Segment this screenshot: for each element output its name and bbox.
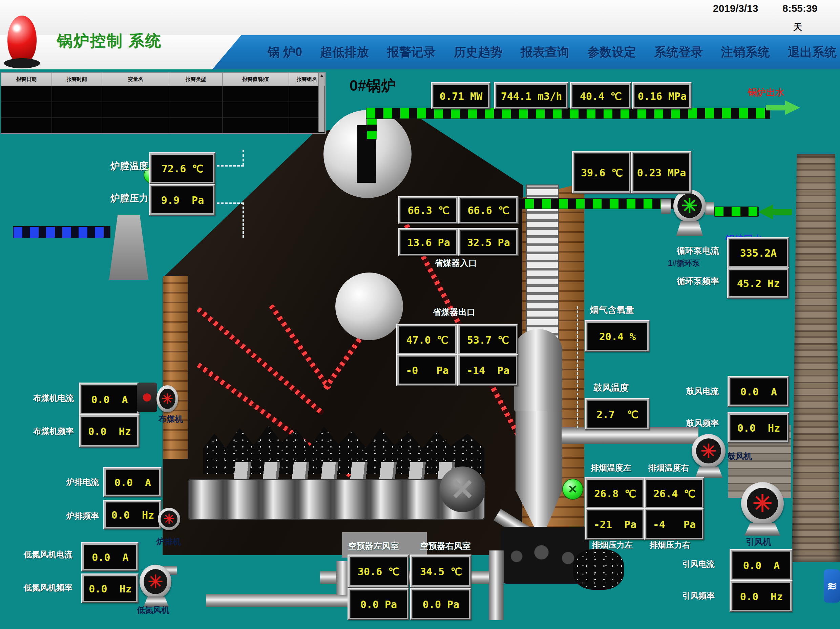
menu-item-parameter-set[interactable]: 参数设定 <box>587 44 636 61</box>
exhaust-press-right-label: 排烟压力右 <box>650 540 690 550</box>
exhaust-press-left-box: -21 Pa <box>584 508 645 540</box>
blast-temp-label: 鼓风温度 <box>594 382 628 394</box>
grate-label: 炉排机 <box>156 536 181 547</box>
left-bottom-pipe <box>206 594 350 607</box>
pump-flange-right <box>705 202 714 215</box>
alarm-table: 报警日期 报警时间 变量名 报警类型 报警值/限值 报警组名 <box>1 72 326 134</box>
grate-current-box: 0.0 A <box>103 467 161 497</box>
menu-item-exit[interactable]: 退出系统 <box>788 44 837 61</box>
menu-item-boiler0[interactable]: 锅 炉0 <box>268 44 302 61</box>
pump-impeller-icon: ✳ <box>682 194 698 218</box>
blast-fan-icon[interactable]: ✳ <box>692 434 726 468</box>
blast-temp-box: 2.7 ℃ <box>584 398 650 430</box>
return-pipe-right <box>714 207 759 217</box>
alarm-col-type: 报警类型 <box>169 73 223 86</box>
bottom-riser-pipe <box>489 550 504 620</box>
date-display: 2019/3/13 <box>713 3 758 14</box>
menu-item-report-query[interactable]: 报表查询 <box>521 44 569 61</box>
feeder-fan-icon[interactable]: ✳ <box>156 385 178 412</box>
chimney <box>792 154 840 562</box>
exhaust-temp-left-box: 26.8 ℃ <box>584 477 645 509</box>
eco-outlet-press1-box: -0 Pa <box>396 354 458 386</box>
eco-inlet-press2-box: 32.5 Pa <box>458 228 519 256</box>
connector-line <box>243 150 244 166</box>
circulation-pump-icon[interactable]: ✳ <box>673 189 706 222</box>
valve-cross-icon: ✕ <box>568 482 578 496</box>
menu-item-history-trend[interactable]: 历史趋势 <box>454 44 503 61</box>
lownox-fan-icon[interactable]: ✳ <box>139 565 171 599</box>
scroll-up-icon[interactable]: ▲ <box>320 73 324 78</box>
connector-line <box>213 202 244 204</box>
feeder-current-label: 布煤机电流 <box>33 393 74 404</box>
alarm-table-scrollbar[interactable]: ▲ <box>318 73 324 132</box>
pump-freq-label: 循环泵频率 <box>677 276 719 287</box>
boiler-hmi-screen: ✕ ✳ ✕ ✕ ✕ 锅炉控制 系统 2019/3/13 8:55: <box>0 0 840 629</box>
alarm-col-time: 报警时间 <box>52 73 102 86</box>
return-arrow-icon <box>758 204 792 220</box>
feeder-freq-label: 布煤机频率 <box>33 426 74 437</box>
flue-valve-icon[interactable]: ✕ <box>562 479 583 500</box>
menu-item-alarm-record[interactable]: 报警记录 <box>387 44 436 61</box>
grate-current-label: 炉排电流 <box>66 477 99 487</box>
grate-side-wall <box>163 276 188 459</box>
blast-fan-label: 鼓风机 <box>728 451 752 462</box>
alarm-table-row[interactable] <box>2 86 325 102</box>
feeder-current-box: 0.0 A <box>79 383 139 416</box>
cyclone-body <box>516 411 562 491</box>
alarm-table-row[interactable] <box>2 118 325 133</box>
eco-outlet-temp1-box: 47.0 ℃ <box>396 324 458 355</box>
pump-base <box>676 221 703 236</box>
induced-current-box: 0.0 A <box>729 549 793 581</box>
feeder-label: 布煤机 <box>158 414 183 424</box>
coal-feed-belt <box>13 226 111 238</box>
connector-line <box>243 202 244 238</box>
menu-item-system-login[interactable]: 系统登录 <box>654 44 703 61</box>
page-title: 锅炉控制 系统 <box>57 30 162 52</box>
exhaust-temp-right-label: 排烟温度右 <box>648 462 689 473</box>
grate-freq-box: 0.0 Hz <box>103 500 161 530</box>
lownox-freq-box: 0.0 Hz <box>81 574 139 603</box>
outlet-pipe <box>366 108 770 119</box>
induced-fan-label: 引风机 <box>746 536 771 547</box>
outlet-arrow-icon <box>766 100 800 115</box>
vendor-logo: ≋ <box>824 569 840 602</box>
outlet-label: 锅炉出水 <box>748 86 785 99</box>
alarm-col-date: 报警日期 <box>2 73 52 86</box>
feeder-motor-icon[interactable] <box>137 383 157 412</box>
induced-fan-icon[interactable]: ✳ <box>741 482 784 525</box>
furnace-temp-box: 72.6 ℃ <box>149 152 215 184</box>
eco-inlet-press1-box: 13.6 Pa <box>398 228 459 256</box>
grate-freq-label: 炉排频率 <box>66 511 99 521</box>
lownox-freq-label: 低氮风机频率 <box>24 582 73 593</box>
flue-oxygen-box: 20.4 % <box>584 320 650 352</box>
pump-freq-box: 45.2 Hz <box>727 268 789 299</box>
blast-fan-base <box>695 467 723 478</box>
preheater-left-press-box: 0.0 Pa <box>347 588 409 620</box>
eco-outlet-temp2-box: 53.7 ℃ <box>457 324 518 355</box>
furnace-pressure-label: 炉膛压力 <box>111 192 148 205</box>
menu-item-emission[interactable]: 超低排放 <box>320 44 369 61</box>
grate-fan-icon[interactable]: ✳ <box>158 508 180 530</box>
connector-line <box>213 165 244 167</box>
menu-item-logout[interactable]: 注销系统 <box>721 44 770 61</box>
blast-freq-label: 鼓风频率 <box>686 418 719 429</box>
fan-impeller-icon: ✳ <box>753 490 773 517</box>
preheater-right-label: 空预器右风室 <box>420 540 471 552</box>
alarm-table-row[interactable] <box>2 102 325 118</box>
weekday-display: 天 <box>793 21 802 33</box>
eco-inlet-temp1-box: 66.3 ℃ <box>398 195 459 224</box>
boiler-power-box: 0.71 MW <box>431 82 491 109</box>
alarm-col-value: 报警值/限值 <box>223 73 289 86</box>
outlet-pipe-riser <box>366 118 377 139</box>
ash-pile <box>573 549 624 590</box>
return-temp-box: 39.6 ℃ <box>572 151 632 194</box>
time-display: 8:55:39 <box>782 3 817 14</box>
fan-impeller-icon: ✳ <box>148 571 163 593</box>
preheater-left-temp-box: 30.6 ℃ <box>347 555 409 588</box>
lownox-current-box: 0.0 A <box>81 542 139 571</box>
fan-impeller-icon: ✳ <box>701 440 717 462</box>
blast-freq-box: 0.0 Hz <box>728 412 789 443</box>
boiler-outlet-temp-box: 40.4 ℃ <box>570 82 632 109</box>
furnace-pressure-box: 9.9 Pa <box>149 184 215 216</box>
circulation-pump-label: 1#循环泵 <box>668 258 700 268</box>
